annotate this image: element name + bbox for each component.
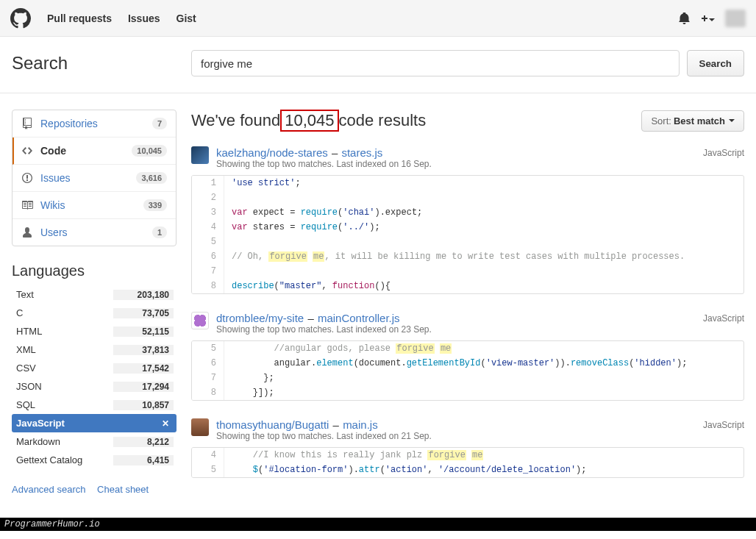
lang-markdown[interactable]: Markdown8,212: [12, 432, 176, 451]
code-snippet[interactable]: 1'use strict'; 2 3var expect = require('…: [191, 175, 744, 294]
github-logo[interactable]: [10, 8, 31, 29]
nav-issues-label: Issues: [40, 172, 136, 184]
nav-users-count: 1: [152, 226, 167, 238]
topnav-issues[interactable]: Issues: [121, 8, 168, 29]
lang-c[interactable]: C73,705: [12, 304, 176, 322]
file-link[interactable]: mainController.js: [318, 312, 400, 324]
result-item: thomasythuang/Bugatti – main.js Showing …: [191, 418, 744, 478]
lang-text[interactable]: Text203,180: [12, 285, 176, 304]
side-links: Advanced search Cheat sheet: [12, 484, 176, 495]
repo-avatar[interactable]: [191, 312, 209, 329]
nav-users-label: Users: [40, 226, 152, 238]
advanced-search-link[interactable]: Advanced search: [12, 484, 85, 495]
nav-repositories-label: Repositories: [40, 118, 152, 129]
watermark: ProgrammerHumor.io: [0, 518, 756, 531]
file-link[interactable]: main.js: [343, 418, 378, 431]
user-avatar[interactable]: [725, 10, 746, 27]
content: Repositories 7 Code 10,045 Issues 3,616 …: [0, 93, 756, 518]
sidebar: Repositories 7 Code 10,045 Issues 3,616 …: [12, 93, 191, 496]
person-icon: [21, 226, 33, 238]
nav-code-count: 10,045: [132, 145, 167, 157]
result-language: JavaScript: [703, 146, 744, 158]
file-link[interactable]: stares.js: [341, 146, 382, 159]
repo-link[interactable]: thomasythuang/Bugatti: [216, 418, 329, 431]
repo-icon: [21, 118, 33, 129]
nav-wikis[interactable]: Wikis 339: [13, 192, 176, 219]
sort-button[interactable]: Sort: Best match: [641, 110, 744, 132]
lang-html[interactable]: HTML52,115: [12, 322, 176, 340]
close-icon[interactable]: ✕: [113, 418, 174, 429]
result-item: kaelzhang/node-stares – stares.js Showin…: [191, 146, 744, 294]
chevron-down-icon: [729, 119, 735, 125]
nav-repositories-count: 7: [152, 118, 167, 129]
issue-icon: [21, 172, 33, 184]
result-subtext: Showing the top two matches. Last indexe…: [216, 324, 432, 335]
code-icon: [21, 145, 33, 157]
search-form: Search: [191, 50, 744, 76]
results-heading: We've found 10,045 code results: [191, 110, 426, 132]
topnav-pull-requests[interactable]: Pull requests: [40, 8, 119, 29]
result-language: JavaScript: [703, 312, 744, 324]
repo-avatar[interactable]: [191, 146, 209, 164]
result-subtext: Showing the top two matches. Last indexe…: [216, 431, 432, 441]
search-button[interactable]: Search: [687, 50, 744, 76]
results-header: We've found 10,045 code results Sort: Be…: [191, 110, 744, 132]
lang-xml[interactable]: XML37,813: [12, 340, 176, 359]
languages-heading: Languages: [12, 263, 176, 279]
search-row: Search Search: [0, 37, 756, 93]
nav-wikis-count: 339: [143, 199, 167, 211]
lang-javascript[interactable]: JavaScript✕: [12, 414, 176, 432]
lang-csv[interactable]: CSV17,542: [12, 359, 176, 377]
nav-code-label: Code: [40, 145, 132, 157]
code-snippet[interactable]: 5 //angular gods, please forgive me 6 an…: [191, 340, 744, 401]
lang-sql[interactable]: SQL10,857: [12, 396, 176, 414]
cheat-sheet-link[interactable]: Cheat sheet: [97, 484, 149, 495]
results-count-box: 10,045: [280, 110, 338, 132]
repo-link[interactable]: dtromblee/my-site: [216, 312, 304, 324]
language-list: Text203,180 C73,705 HTML52,115 XML37,813…: [12, 285, 176, 469]
lang-gettext[interactable]: Gettext Catalog6,415: [12, 451, 176, 469]
notifications-icon[interactable]: [679, 13, 690, 24]
repo-avatar[interactable]: [191, 418, 209, 436]
result-language: JavaScript: [703, 418, 744, 430]
topnav-gist[interactable]: Gist: [169, 8, 204, 29]
book-icon: [21, 199, 33, 211]
topbar-right: [679, 10, 746, 27]
nav-users[interactable]: Users 1: [13, 219, 176, 246]
nav-issues-count: 3,616: [136, 172, 167, 184]
results-main: We've found 10,045 code results Sort: Be…: [191, 93, 744, 496]
nav-code[interactable]: Code 10,045: [13, 138, 176, 165]
search-title: Search: [12, 53, 191, 74]
topnav: Pull requests Issues Gist: [40, 8, 204, 29]
lang-json[interactable]: JSON17,294: [12, 377, 176, 396]
topbar: Pull requests Issues Gist: [0, 0, 756, 37]
result-item: dtromblee/my-site – mainController.js Sh…: [191, 312, 744, 401]
create-new-icon[interactable]: [700, 13, 715, 24]
nav-issues[interactable]: Issues 3,616: [13, 165, 176, 192]
nav-repositories[interactable]: Repositories 7: [13, 110, 176, 138]
repo-link[interactable]: kaelzhang/node-stares: [216, 146, 328, 159]
nav-wikis-label: Wikis: [40, 199, 143, 211]
search-type-nav: Repositories 7 Code 10,045 Issues 3,616 …: [12, 110, 176, 246]
result-subtext: Showing the top two matches. Last indexe…: [216, 159, 432, 169]
search-input[interactable]: [191, 50, 680, 76]
code-snippet[interactable]: 4 //I know this is really jank plz forgi…: [191, 447, 744, 478]
